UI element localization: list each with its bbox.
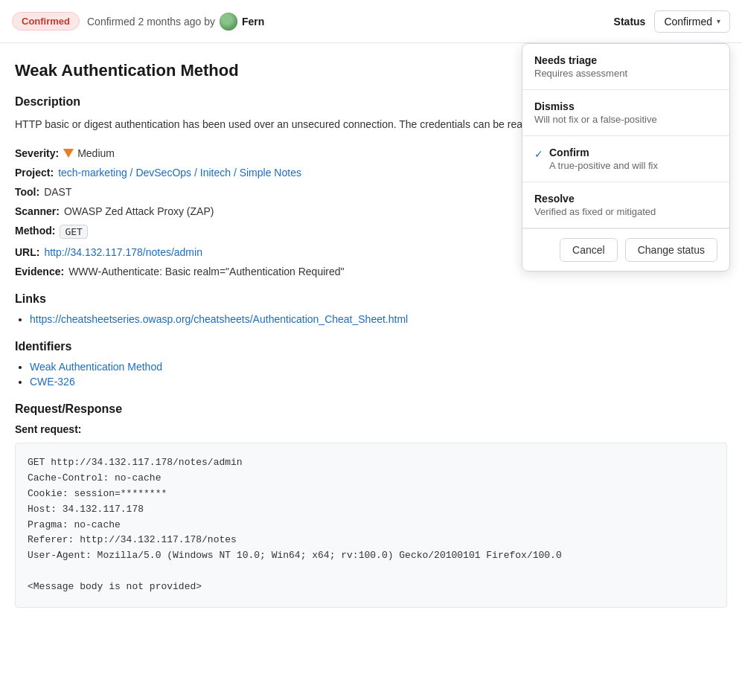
confirmed-time-text: Confirmed 2 months ago by	[87, 16, 215, 28]
project-label: Project:	[15, 167, 54, 179]
dropdown-item-dismiss-sub: Will not fix or a false-positive	[534, 114, 717, 125]
user-name: Fern	[242, 16, 264, 28]
req-response-section: Request/Response Sent request: GET http:…	[15, 402, 727, 607]
dropdown-item-confirm-title: Confirm	[549, 147, 717, 158]
link-cheatsheet[interactable]: https://cheatsheetseries.owasp.org/cheat…	[30, 313, 408, 325]
dropdown-item-resolve[interactable]: Resolve Verified as fixed or mitigated	[522, 182, 729, 228]
change-status-button[interactable]: Change status	[625, 238, 717, 262]
dropdown-item-confirm[interactable]: ✓ Confirm A true-positive and will fix	[522, 136, 729, 182]
status-dropdown-button[interactable]: Confirmed ▾	[654, 10, 730, 33]
dropdown-item-needs-triage-title: Needs triage	[534, 54, 717, 66]
identifier-weak-auth[interactable]: Weak Authentication Method	[30, 361, 162, 373]
identifier-cwe326[interactable]: CWE-326	[30, 376, 75, 388]
sent-request-label: Sent request:	[15, 423, 727, 435]
list-item: CWE-326	[30, 376, 727, 388]
dropdown-item-confirm-sub: A true-positive and will fix	[549, 160, 717, 171]
req-response-heading: Request/Response	[15, 402, 727, 416]
status-label: Status	[614, 16, 646, 28]
project-value[interactable]: tech-marketing / DevSecOps / Initech / S…	[58, 167, 301, 179]
dropdown-item-resolve-sub: Verified as fixed or mitigated	[534, 206, 717, 217]
identifiers-section: Identifiers Weak Authentication Method C…	[15, 340, 727, 388]
identifiers-heading: Identifiers	[15, 340, 727, 353]
avatar	[220, 13, 237, 30]
dropdown-item-dismiss-title: Dismiss	[534, 100, 717, 112]
chevron-down-icon: ▾	[717, 17, 720, 25]
dropdown-item-needs-triage-content: Needs triage Requires assessment	[534, 54, 717, 79]
list-item: https://cheatsheetseries.owasp.org/cheat…	[30, 313, 727, 325]
dropdown-item-confirm-content: Confirm A true-positive and will fix	[549, 147, 717, 171]
severity-label: Severity:	[15, 147, 59, 159]
check-icon: ✓	[534, 148, 543, 160]
severity-value: Medium	[63, 147, 115, 159]
links-heading: Links	[15, 292, 727, 306]
severity-text: Medium	[77, 147, 115, 159]
identifiers-list: Weak Authentication Method CWE-326	[15, 361, 727, 388]
method-label: Method:	[15, 225, 55, 237]
confirmed-badge: Confirmed	[12, 12, 80, 30]
evidence-label: Evidence:	[15, 266, 64, 277]
cancel-button[interactable]: Cancel	[560, 238, 618, 262]
dropdown-item-resolve-content: Resolve Verified as fixed or mitigated	[534, 193, 717, 217]
confirmed-info: Confirmed 2 months ago by Fern	[87, 13, 264, 30]
url-label: URL:	[15, 246, 39, 258]
code-block: GET http://34.132.117.178/notes/admin Ca…	[15, 443, 727, 607]
header-right: Status Confirmed ▾	[614, 10, 730, 33]
links-section: Links https://cheatsheetseries.owasp.org…	[15, 292, 727, 325]
status-dropdown-value: Confirmed	[664, 16, 712, 28]
dropdown-item-needs-triage[interactable]: Needs triage Requires assessment	[522, 44, 729, 90]
status-dropdown-panel: Needs triage Requires assessment Dismiss…	[522, 43, 730, 272]
scanner-value: OWASP Zed Attack Proxy (ZAP)	[64, 205, 214, 217]
dropdown-item-dismiss[interactable]: Dismiss Will not fix or a false-positive	[522, 90, 729, 136]
dropdown-item-needs-triage-sub: Requires assessment	[534, 68, 717, 79]
scanner-label: Scanner:	[15, 205, 60, 217]
links-list: https://cheatsheetseries.owasp.org/cheat…	[15, 313, 727, 325]
url-value[interactable]: http://34.132.117.178/notes/admin	[44, 246, 202, 258]
dropdown-actions: Cancel Change status	[522, 228, 729, 271]
evidence-value: WWW-Authenticate: Basic realm="Authentic…	[68, 266, 344, 277]
dropdown-item-dismiss-content: Dismiss Will not fix or a false-positive	[534, 100, 717, 125]
avatar-image	[220, 13, 237, 30]
tool-label: Tool:	[15, 186, 39, 198]
list-item: Weak Authentication Method	[30, 361, 727, 373]
dropdown-item-resolve-title: Resolve	[534, 193, 717, 205]
severity-triangle-icon	[63, 149, 74, 158]
method-value: GET	[60, 225, 87, 239]
tool-value: DAST	[44, 186, 71, 198]
header-bar: Confirmed Confirmed 2 months ago by Fern…	[0, 0, 742, 43]
